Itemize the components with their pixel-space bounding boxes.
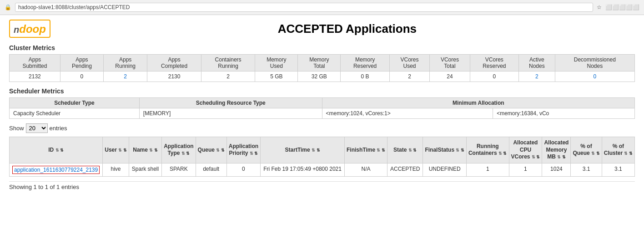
browser-bar: 🔒 hadoop-slave1:8088/cluster/apps/ACCEPT… bbox=[0, 0, 644, 15]
val-memory-used: 5 GB bbox=[255, 72, 298, 82]
val-apps-pending: 0 bbox=[60, 72, 103, 82]
cluster-metrics-title: Cluster Metrics bbox=[9, 44, 635, 51]
app-id-link[interactable]: application_1611630779224_2139 bbox=[12, 166, 100, 174]
security-icon: 🔒 bbox=[5, 4, 11, 10]
show-entries-control: Show 10 20 25 50 100 entries bbox=[9, 123, 635, 133]
cell-priority: 0 bbox=[226, 163, 260, 176]
cell-app-type: SPARK bbox=[162, 163, 196, 176]
cell-alloc-mem: 1024 bbox=[542, 163, 571, 176]
cell-alloc-cpu: 1 bbox=[509, 163, 542, 176]
cell-user: hive bbox=[103, 163, 129, 176]
val-memory-total: 32 GB bbox=[298, 72, 341, 82]
sort-icon-id: ⇅ bbox=[55, 148, 59, 153]
val-minimum-allocation: <memory:1024, vCores:1> bbox=[322, 108, 493, 119]
val-active-nodes: 2 bbox=[519, 72, 555, 82]
th-name[interactable]: Name ⇅ bbox=[129, 137, 161, 163]
val-scheduling-resource-type: [MEMORY] bbox=[139, 108, 322, 119]
col-apps-completed: AppsCompleted bbox=[147, 55, 201, 72]
th-final-status[interactable]: FinalStatus ⇅ bbox=[423, 137, 467, 163]
val-apps-running: 2 bbox=[104, 72, 147, 82]
cluster-metrics-table: AppsSubmitted AppsPending AppsRunning Ap… bbox=[9, 54, 635, 82]
cell-id: application_1611630779224_2139 bbox=[10, 163, 103, 176]
footer-showing: Showing 1 to 1 of 1 entries bbox=[9, 181, 635, 192]
sort-icon-final-status: ⇅ bbox=[456, 148, 459, 153]
col-active-nodes: ActiveNodes bbox=[519, 55, 555, 72]
val-containers-running: 2 bbox=[201, 72, 255, 82]
th-id[interactable]: ID ⇅ bbox=[10, 137, 103, 163]
val-apps-submitted: 2132 bbox=[10, 72, 60, 82]
col-vcores-used: VCoresUsed bbox=[389, 55, 429, 72]
th-pct-cluster[interactable]: % ofCluster ⇅ bbox=[602, 137, 634, 163]
page-content: ndoop ACCEPTED Applications Cluster Metr… bbox=[0, 15, 644, 201]
cell-pct-cluster: 3.1 bbox=[602, 163, 634, 176]
col-scheduler-type: Scheduler Type bbox=[10, 98, 140, 108]
sort-icon-start-time: ⇅ bbox=[312, 148, 315, 153]
sort-icon-pct-queue: ⇅ bbox=[591, 152, 595, 156]
show-label: Show bbox=[9, 125, 24, 132]
cell-start-time: Fri Feb 19 17:05:49 +0800 2021 bbox=[261, 163, 345, 176]
sort-icon-app-priority: ⇅ bbox=[250, 152, 253, 156]
th-pct-queue[interactable]: % ofQueue ⇅ bbox=[571, 137, 602, 163]
col-decommissioned-nodes: DecommissionedNodes bbox=[555, 55, 634, 72]
col-apps-running: AppsRunning bbox=[104, 55, 147, 72]
val-decommissioned-nodes: 0 bbox=[555, 72, 634, 82]
cell-state: ACCEPTED bbox=[387, 163, 423, 176]
val-vcores-total: 24 bbox=[430, 72, 470, 82]
th-app-priority[interactable]: ApplicationPriority ⇅ bbox=[226, 137, 260, 163]
col-vcores-total: VCoresTotal bbox=[430, 55, 470, 72]
sort-icon-name: ⇅ bbox=[149, 148, 153, 153]
url-bar[interactable]: hadoop-slave1:8088/cluster/apps/ACCEPTED bbox=[15, 3, 593, 12]
th-state[interactable]: State ⇅ bbox=[387, 137, 423, 163]
col-containers-running: ContainersRunning bbox=[201, 55, 255, 72]
val-vcores-used: 2 bbox=[389, 72, 429, 82]
cell-name: Spark shell bbox=[129, 163, 161, 176]
sort-icon-finish-time: ⇅ bbox=[377, 148, 380, 153]
th-finish-time[interactable]: FinishTime ⇅ bbox=[345, 137, 387, 163]
col-scheduling-resource-type: Scheduling Resource Type bbox=[139, 98, 322, 108]
col-memory-total: MemoryTotal bbox=[298, 55, 341, 72]
scheduler-metrics-title: Scheduler Metrics bbox=[9, 87, 635, 95]
th-alloc-cpu[interactable]: AllocatedCPUVCores ⇅ bbox=[509, 137, 542, 163]
th-app-type[interactable]: ApplicationType ⇅ bbox=[162, 137, 196, 163]
table-row: application_1611630779224_2139 hive Spar… bbox=[10, 163, 635, 176]
sort-icon-alloc-mem: ⇅ bbox=[557, 155, 561, 159]
entries-label: entries bbox=[50, 125, 67, 132]
sort-icon-pct-cluster: ⇅ bbox=[624, 152, 628, 156]
page-title: ACCEPTED Applications bbox=[60, 22, 635, 36]
scheduler-metrics-table: Scheduler Type Scheduling Resource Type … bbox=[9, 97, 635, 119]
cell-running-containers: 1 bbox=[466, 163, 509, 176]
entries-select[interactable]: 10 20 25 50 100 bbox=[26, 123, 48, 133]
sort-icon-state: ⇅ bbox=[408, 148, 412, 153]
sort-icon-app-type: ⇅ bbox=[181, 152, 185, 156]
bookmark-icon[interactable]: ☆ bbox=[597, 4, 602, 10]
cell-queue: default bbox=[196, 163, 226, 176]
applications-table: ID ⇅ User ⇅ Name ⇅ ApplicationType ⇅ Que… bbox=[9, 137, 635, 177]
val-minimum-allocation-2: <memory:16384, vCo bbox=[493, 108, 635, 119]
val-memory-reserved: 0 B bbox=[341, 72, 389, 82]
sort-icon-queue: ⇅ bbox=[216, 148, 220, 153]
cell-pct-queue: 3.1 bbox=[571, 163, 602, 176]
cell-final-status: UNDEFINED bbox=[423, 163, 467, 176]
extension-icons: ⬜⬜⬜⬜⬜ bbox=[605, 4, 639, 10]
col-minimum-allocation: Minimum Allocation bbox=[322, 98, 634, 108]
val-scheduler-type: Capacity Scheduler bbox=[10, 108, 140, 119]
hadoop-logo: ndoop bbox=[9, 20, 50, 38]
val-apps-completed: 2130 bbox=[147, 72, 201, 82]
sort-icon-user: ⇅ bbox=[118, 148, 122, 153]
val-vcores-reserved: 0 bbox=[470, 72, 518, 82]
col-vcores-reserved: VCoresReserved bbox=[470, 55, 518, 72]
col-memory-used: MemoryUsed bbox=[255, 55, 298, 72]
col-memory-reserved: MemoryReserved bbox=[341, 55, 389, 72]
cell-finish-time: N/A bbox=[345, 163, 387, 176]
th-user[interactable]: User ⇅ bbox=[103, 137, 129, 163]
sort-icon-running-containers: ⇅ bbox=[498, 152, 502, 156]
page-header: ndoop ACCEPTED Applications bbox=[9, 20, 635, 38]
th-queue[interactable]: Queue ⇅ bbox=[196, 137, 226, 163]
sort-icon-alloc-cpu: ⇅ bbox=[532, 155, 535, 159]
th-running-containers[interactable]: RunningContainers ⇅ bbox=[466, 137, 509, 163]
col-apps-pending: AppsPending bbox=[60, 55, 103, 72]
th-start-time[interactable]: StartTime ⇅ bbox=[261, 137, 345, 163]
col-apps-submitted: AppsSubmitted bbox=[10, 55, 60, 72]
th-alloc-mem[interactable]: AllocatedMemoryMB ⇅ bbox=[542, 137, 571, 163]
